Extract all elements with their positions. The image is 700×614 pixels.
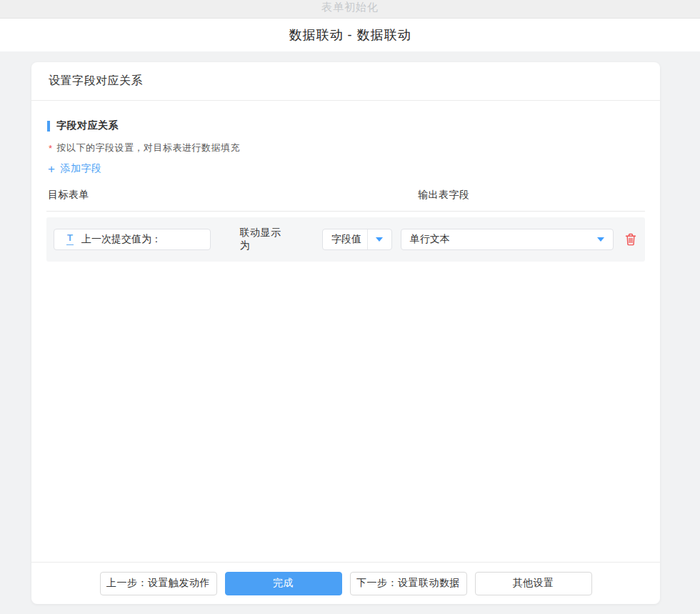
dialog-title: 数据联动 - 数据联动 — [289, 26, 411, 44]
add-field-label: 添加字段 — [60, 162, 101, 175]
value-type-selected: 字段值 — [323, 233, 367, 246]
section-marker-bar — [47, 121, 50, 132]
card-header: 设置字段对应关系 — [31, 62, 660, 101]
text-field-type-icon: T — [66, 233, 74, 244]
prev-step-button[interactable]: 上一步：设置触发动作 — [100, 572, 217, 595]
card-body: 字段对应关系 *按以下的字段设置，对目标表进行数据填充 + 添加字段 目标表单 … — [31, 101, 660, 562]
required-asterisk: * — [49, 143, 53, 154]
background-dialog-title: 表单初始化 — [321, 1, 379, 14]
output-field-selected: 单行文本 — [401, 233, 597, 246]
section-title: 字段对应关系 — [47, 119, 645, 132]
section-title-label: 字段对应关系 — [56, 119, 119, 132]
dialog-title-bar: 数据联动 - 数据联动 — [0, 18, 700, 51]
delete-row-button[interactable] — [624, 232, 638, 247]
add-field-link[interactable]: + 添加字段 — [48, 162, 101, 175]
chevron-down-icon — [376, 237, 383, 242]
linkage-display-label: 联动显示为 — [240, 227, 291, 252]
finish-button[interactable]: 完成 — [225, 572, 342, 595]
next-step-button[interactable]: 下一步：设置联动数据 — [350, 572, 467, 595]
output-field-dropdown[interactable]: 单行文本 — [401, 229, 614, 250]
chevron-down-icon — [597, 237, 604, 242]
column-header-output-field: 输出表字段 — [418, 189, 470, 202]
card-footer: 上一步：设置触发动作 完成 下一步：设置联动数据 其他设置 — [31, 562, 660, 604]
settings-card: 设置字段对应关系 字段对应关系 *按以下的字段设置，对目标表进行数据填充 + 添… — [31, 62, 660, 604]
required-note: *按以下的字段设置，对目标表进行数据填充 — [49, 142, 645, 154]
trash-icon — [625, 233, 636, 246]
other-settings-button[interactable]: 其他设置 — [475, 572, 592, 595]
mapping-table-header: 目标表单 输出表字段 — [46, 189, 645, 202]
value-type-dropdown[interactable]: 字段值 — [322, 229, 392, 250]
card-header-title: 设置字段对应关系 — [49, 74, 143, 89]
target-field-select[interactable]: T 上一次提交值为： — [54, 229, 211, 250]
target-field-value: 上一次提交值为： — [81, 233, 161, 246]
mapping-row: T 上一次提交值为： 联动显示为 字段值 单行文本 — [46, 217, 645, 262]
dropdown-divider — [367, 229, 368, 249]
dialog-content-area: 设置字段对应关系 字段对应关系 *按以下的字段设置，对目标表进行数据填充 + 添… — [0, 51, 700, 614]
required-note-text: 按以下的字段设置，对目标表进行数据填充 — [57, 142, 241, 153]
plus-icon: + — [48, 163, 55, 175]
column-header-target-form: 目标表单 — [46, 189, 418, 202]
table-header-divider — [46, 211, 645, 212]
background-dialog-header: 表单初始化 — [0, 0, 700, 18]
